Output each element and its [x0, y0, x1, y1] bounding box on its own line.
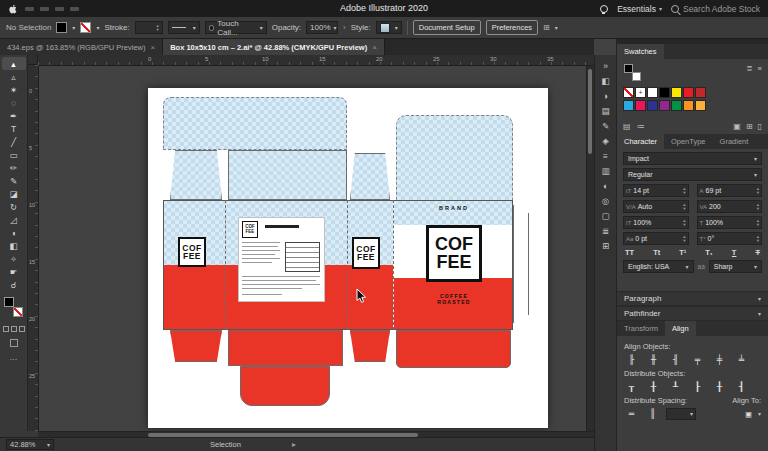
box-top-flap-right[interactable] [396, 115, 513, 203]
style-dropdown[interactable]: ▾ [376, 21, 402, 34]
swatch[interactable] [659, 100, 670, 111]
stroke-proxy-swatch[interactable] [13, 307, 23, 317]
stepper-icons[interactable]: ▴▾ [683, 187, 685, 194]
layers-panel-icon[interactable]: ≣ [597, 223, 615, 238]
menu-item[interactable] [25, 7, 34, 11]
screen-mode-icon[interactable] [10, 339, 18, 347]
fill-stroke-indicator[interactable] [2, 296, 26, 320]
box-lid-flap[interactable] [163, 97, 347, 150]
align-h-center-button[interactable]: ╫ [646, 353, 661, 366]
lasso-tool[interactable]: ◌ [2, 96, 26, 109]
eraser-tool[interactable]: ◪ [2, 187, 26, 200]
swatch-kinds-menu-icon[interactable]: ≔ [637, 122, 645, 131]
close-icon[interactable]: × [372, 43, 377, 52]
transparency-panel-icon[interactable]: ◐ [597, 178, 615, 193]
expand-panels-icon[interactable]: » [597, 58, 615, 73]
align-v-center-button[interactable]: ╪ [712, 353, 727, 366]
stroke-color-swatch[interactable] [80, 22, 91, 33]
document-tab[interactable]: 434.eps @ 163.85% (RGB/GPU Preview) × [0, 39, 163, 55]
swatch[interactable] [623, 87, 634, 98]
gradient-tool[interactable]: ◧ [2, 239, 26, 252]
language-select[interactable]: English: USA ▾ [623, 260, 694, 273]
swatch[interactable] [635, 100, 646, 111]
character-rotation-field[interactable]: T°0°▴▾ [697, 232, 763, 245]
underline-button[interactable]: T [732, 248, 737, 257]
stroke-profile-dropdown[interactable]: ▾ [168, 21, 200, 34]
swatch[interactable] [659, 87, 670, 98]
registration-swatch[interactable]: + [635, 87, 646, 98]
rectangle-tool[interactable]: ▭ [2, 148, 26, 161]
draw-inside-icon[interactable] [19, 326, 25, 332]
swatch[interactable] [623, 100, 634, 111]
menu-item[interactable] [70, 7, 79, 11]
box-top-flap-left[interactable] [170, 150, 222, 200]
ruler-origin-corner[interactable] [28, 55, 38, 65]
symbols-panel-icon[interactable]: ◈ [597, 133, 615, 148]
paintbrush-tool[interactable]: ✏ [2, 161, 26, 174]
swatch-libraries-icon[interactable]: ▤ [623, 122, 631, 131]
font-family-select[interactable]: Impact ▾ [623, 152, 762, 165]
direct-selection-tool[interactable]: ▵ [2, 70, 26, 83]
tab-opentype[interactable]: OpenType [664, 134, 713, 149]
line-segment-tool[interactable]: ╱ [2, 135, 26, 148]
document-tab-active[interactable]: Box 10x5x10 cm – 2.ai* @ 42.88% (CMYK/GP… [163, 39, 385, 55]
opacity-dropdown[interactable]: 100% ▾ [306, 21, 338, 34]
spacing-value-select[interactable]: ▾ [666, 408, 696, 420]
subscript-button[interactable]: T₁ [705, 248, 713, 257]
workspace-switcher[interactable]: Essentials ▾ [617, 4, 662, 14]
tab-swatches[interactable]: Swatches [617, 44, 664, 59]
color-guide-panel-icon[interactable]: ◑ [597, 88, 615, 103]
swatch[interactable] [695, 87, 706, 98]
horizontal-scale-field[interactable]: T100%▴▾ [697, 216, 763, 229]
box-bottom-flap-right[interactable] [396, 330, 511, 368]
tab-align[interactable]: Align [665, 321, 696, 336]
baseline-shift-field[interactable]: Aa0 pt▴▾ [623, 232, 689, 245]
coffee-logo-large[interactable]: COF FEE [426, 225, 482, 282]
align-top-button[interactable]: ╤ [690, 353, 705, 366]
preferences-button[interactable]: Preferences [486, 20, 538, 35]
rotate-tool[interactable]: ↻ [2, 200, 26, 213]
canvas[interactable]: COF FEE COF FEE BRAND COF FEE COFFEE ROA… [38, 65, 594, 431]
stroke-weight-field[interactable]: ▴▾ [135, 21, 163, 34]
tab-transform[interactable]: Transform [617, 321, 665, 336]
align-to-selection-button[interactable]: ▣ [741, 407, 756, 420]
distribute-bottom-button[interactable]: ┸ [668, 380, 683, 393]
ruler-horizontal[interactable]: 05101520253035 [38, 55, 594, 66]
vertical-distribute-space-button[interactable]: ═ [624, 407, 639, 420]
brand-text[interactable]: BRAND [426, 205, 482, 211]
libraries-panel-icon[interactable]: ▤ [597, 103, 615, 118]
document-setup-button[interactable]: Document Setup [413, 20, 481, 35]
stepper-icons[interactable]: ▴▾ [757, 235, 759, 242]
box-bottom-flap-mid[interactable] [350, 330, 390, 362]
hand-tool[interactable]: ☛ [2, 265, 26, 278]
stroke-panel-icon[interactable]: ≡ [597, 148, 615, 163]
swatch[interactable] [683, 100, 694, 111]
product-info-label[interactable]: COF FEE [238, 217, 325, 302]
arrange-documents-icon[interactable]: ⊞ [543, 23, 550, 32]
magic-wand-tool[interactable]: ✶ [2, 83, 26, 96]
fill-color-swatch[interactable] [56, 22, 67, 33]
strikethrough-button[interactable]: T [755, 248, 760, 257]
new-swatch-icon[interactable]: ⊞ [746, 122, 753, 131]
edit-toolbar-icon[interactable]: … [10, 353, 18, 362]
type-tool[interactable]: T [2, 122, 26, 135]
distribute-left-button[interactable]: ┠ [690, 380, 705, 393]
scale-tool[interactable]: ◿ [2, 213, 26, 226]
swatches-fill-stroke-indicator[interactable] [623, 63, 643, 83]
stepper-icons[interactable]: ▴▾ [757, 219, 759, 226]
eyedropper-tool[interactable]: ✧ [2, 252, 26, 265]
pencil-tool[interactable]: ✎ [2, 174, 26, 187]
swatch[interactable] [671, 100, 682, 111]
chevron-down-icon[interactable]: ▾ [555, 24, 558, 31]
glue-flap[interactable] [513, 205, 529, 323]
vertical-scrollbar[interactable] [586, 65, 594, 431]
width-tool[interactable]: ◖ [2, 226, 26, 239]
pen-tool[interactable]: ✒ [2, 109, 26, 122]
graphic-styles-panel-icon[interactable]: ▢ [597, 208, 615, 223]
appearance-panel-icon[interactable]: ◎ [597, 193, 615, 208]
color-panel-icon[interactable]: ◧ [597, 73, 615, 88]
swatch[interactable] [695, 100, 706, 111]
draw-behind-icon[interactable] [11, 326, 17, 332]
swatch[interactable] [647, 100, 658, 111]
stepper-icons[interactable]: ▴▾ [683, 203, 685, 210]
